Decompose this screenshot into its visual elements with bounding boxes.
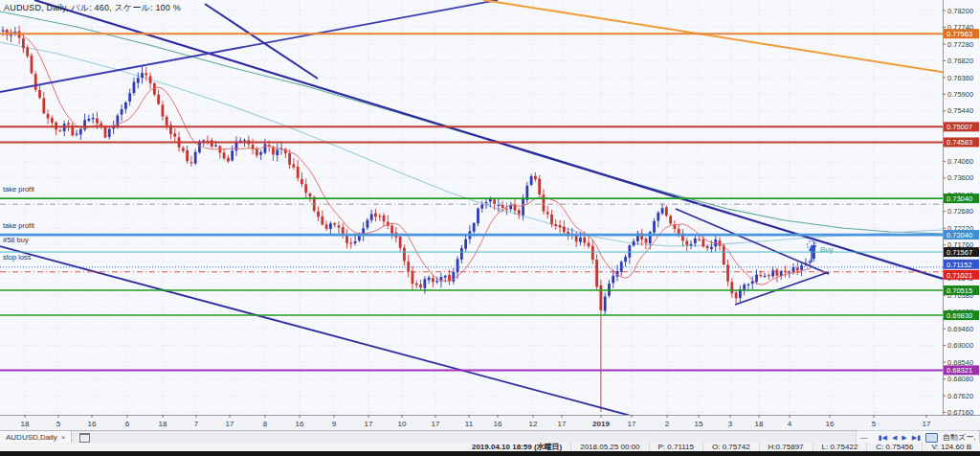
price-badge-value: 0.69830 (947, 311, 972, 320)
trade-line-label: take profit (3, 185, 35, 194)
date-tick: 18 (21, 420, 30, 428)
date-tick: 17 (226, 420, 234, 428)
price-tick: 0.76360 (947, 74, 973, 82)
date-tick: 2 (665, 420, 670, 428)
price-badge-value: 0.71567 (947, 248, 972, 257)
date-tick: 16 (494, 420, 502, 428)
price-badge-value: 0.71021 (947, 271, 972, 280)
date-tick: 5 (872, 420, 877, 428)
date-tick: 10 (398, 420, 407, 428)
price-badge-value: 0.70515 (947, 286, 972, 295)
trading-terminal-window: Buytake profittake profit#58 buystop los… (0, 0, 980, 456)
trade-line-label: stop loss (3, 253, 32, 262)
price-tick: 0.67620 (947, 392, 973, 400)
date-tick: 17 (923, 420, 931, 428)
price-tick: 0.75440 (947, 106, 973, 115)
price-tick: 0.75900 (947, 90, 973, 99)
time-axis: 1851661871781691710171116121720191721531… (0, 415, 980, 430)
price-tick: 0.69460 (947, 325, 973, 333)
price-badge-value: 0.68321 (947, 366, 972, 375)
date-tick: 18 (159, 420, 167, 428)
new-window-icon[interactable] (79, 433, 90, 443)
date-tick: 16 (296, 420, 304, 428)
date-tick: 5 (56, 420, 61, 428)
status-high: H:0.75897 (759, 443, 813, 451)
date-tick: 17 (558, 420, 567, 428)
price-badge-value: 0.77563 (947, 30, 972, 38)
price-tick: 0.77280 (947, 40, 973, 49)
autozoom-toggle[interactable]: 自動ズーム (943, 432, 975, 443)
price-tick: 0.72680 (947, 207, 973, 216)
window-bottom-edge (0, 451, 980, 456)
status-cursor-date: 2018.05.25 00:00 (570, 443, 648, 451)
price-badge-value: 0.72040 (947, 231, 972, 239)
tab-close-icon[interactable]: × (61, 433, 66, 442)
date-tick: 16 (826, 420, 835, 428)
tab-label: AUDUSD,Daily (6, 433, 57, 442)
chart-title: AUDUSD, Daily, バル: 460, スケール: 100 % (4, 2, 181, 14)
date-tick: 7 (194, 420, 199, 428)
status-price: P: 0.71115 (649, 443, 703, 451)
date-tick: 4 (788, 420, 792, 428)
price-tick: 0.69000 (947, 341, 973, 350)
date-tick: 9 (332, 420, 337, 428)
date-tick: 18 (755, 420, 764, 428)
trade-line-label: #58 buy (3, 236, 29, 244)
date-tick: 8 (263, 420, 268, 428)
price-tick: 0.74060 (947, 157, 973, 166)
status-close: C: 0.75456 (866, 443, 922, 451)
collapse-handle-icon[interactable]: — (860, 433, 868, 442)
status-low: L: 0.75422 (813, 443, 867, 451)
date-tick: 17 (432, 420, 440, 428)
price-tick: 0.68080 (947, 375, 973, 383)
price-badge-value: 0.71152 (947, 261, 972, 269)
date-tick: 12 (529, 420, 538, 428)
date-tick: 6 (125, 420, 130, 428)
monitor-icon[interactable] (925, 433, 938, 443)
date-tick: 16 (88, 420, 97, 428)
status-volume: V: 124.60 B (922, 443, 980, 451)
price-tick: 0.68540 (947, 358, 973, 367)
buy-trade-label: Buy (820, 245, 834, 254)
status-bar: 2019.04.10 18:59 (水曜日) 2018.05.25 00:00 … (0, 443, 980, 451)
status-open: O: 0.75742 (702, 443, 759, 451)
price-chart[interactable]: Buytake profittake profit#58 buystop los… (0, 0, 980, 430)
date-tick: 11 (465, 420, 474, 428)
trade-line-label: take profit (3, 221, 35, 230)
date-tick: 15 (695, 420, 703, 428)
price-badge-value: 0.75007 (947, 123, 972, 131)
price-tick: 0.73600 (947, 173, 973, 182)
date-tick: 2019 (592, 420, 610, 428)
price-badge-value: 0.74583 (947, 138, 972, 147)
date-tick: 3 (728, 420, 733, 428)
price-tick: 0.78200 (947, 7, 973, 15)
date-tick: 17 (628, 420, 636, 428)
price-badge-value: 0.73040 (947, 194, 972, 203)
date-tick: 17 (365, 420, 373, 428)
price-tick: 0.76820 (947, 57, 973, 65)
